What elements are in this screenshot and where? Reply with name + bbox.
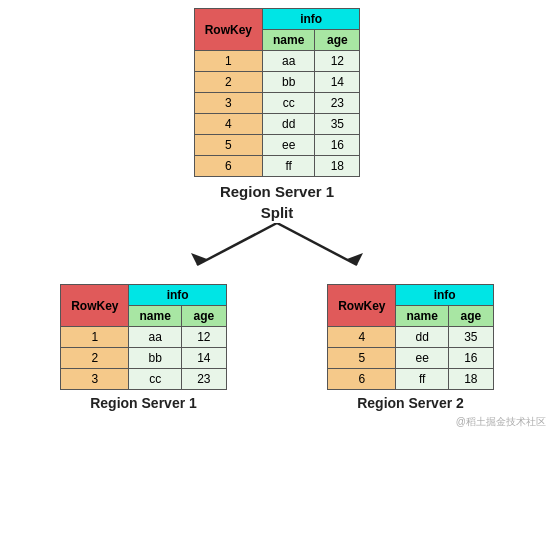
bottom-section: RowKey info name age 1 aa 12 2 bb 14 3 c… xyxy=(0,284,554,411)
table-row: 5 ee 16 xyxy=(194,135,360,156)
row-age: 23 xyxy=(181,369,226,390)
left-col-name: name xyxy=(129,306,181,327)
row-age: 18 xyxy=(315,156,360,177)
table-row: 6 ff 18 xyxy=(194,156,360,177)
row-name: dd xyxy=(396,327,448,348)
row-name: aa xyxy=(262,51,314,72)
row-name: dd xyxy=(262,114,314,135)
row-age: 18 xyxy=(448,369,493,390)
region-server-1-bottom-label: Region Server 1 xyxy=(90,395,197,411)
left-rowkey-header: RowKey xyxy=(61,285,129,327)
row-key: 4 xyxy=(328,327,396,348)
row-key: 6 xyxy=(328,369,396,390)
row-name: aa xyxy=(129,327,181,348)
table-row: 1 aa 12 xyxy=(61,327,227,348)
row-key: 2 xyxy=(61,348,129,369)
table-row: 3 cc 23 xyxy=(61,369,227,390)
row-age: 16 xyxy=(315,135,360,156)
diagram-container: RowKey info name age 1 aa 12 2 bb 14 3 c… xyxy=(0,0,554,429)
row-age: 14 xyxy=(181,348,226,369)
row-age: 35 xyxy=(448,327,493,348)
left-server-block: RowKey info name age 1 aa 12 2 bb 14 3 c… xyxy=(60,284,227,411)
right-table: RowKey info name age 4 dd 35 5 ee 16 6 f… xyxy=(327,284,494,390)
row-key: 6 xyxy=(194,156,262,177)
row-key: 5 xyxy=(328,348,396,369)
split-label: Split xyxy=(261,204,294,221)
region-server-2-bottom-label: Region Server 2 xyxy=(357,395,464,411)
row-age: 12 xyxy=(315,51,360,72)
svg-marker-3 xyxy=(347,253,363,265)
top-col-name: name xyxy=(262,30,314,51)
right-rowkey-header: RowKey xyxy=(328,285,396,327)
row-age: 12 xyxy=(181,327,226,348)
row-name: bb xyxy=(262,72,314,93)
row-name: ee xyxy=(396,348,448,369)
row-key: 1 xyxy=(194,51,262,72)
row-name: cc xyxy=(129,369,181,390)
table-row: 3 cc 23 xyxy=(194,93,360,114)
row-key: 4 xyxy=(194,114,262,135)
table-row: 4 dd 35 xyxy=(194,114,360,135)
row-age: 23 xyxy=(315,93,360,114)
row-key: 3 xyxy=(194,93,262,114)
right-col-name: name xyxy=(396,306,448,327)
svg-line-0 xyxy=(197,223,277,265)
row-key: 5 xyxy=(194,135,262,156)
row-key: 2 xyxy=(194,72,262,93)
left-table: RowKey info name age 1 aa 12 2 bb 14 3 c… xyxy=(60,284,227,390)
right-server-block: RowKey info name age 4 dd 35 5 ee 16 6 f… xyxy=(327,284,494,411)
row-name: ff xyxy=(396,369,448,390)
split-arrows xyxy=(147,223,407,278)
table-row: 1 aa 12 xyxy=(194,51,360,72)
top-info-header: info xyxy=(262,9,359,30)
table-row: 5 ee 16 xyxy=(328,348,494,369)
table-row: 4 dd 35 xyxy=(328,327,494,348)
table-row: 2 bb 14 xyxy=(194,72,360,93)
arrow-section: Split xyxy=(0,204,554,278)
region-server-1-label: Region Server 1 xyxy=(220,183,334,200)
top-table: RowKey info name age 1 aa 12 2 bb 14 3 c… xyxy=(194,8,361,177)
row-age: 16 xyxy=(448,348,493,369)
svg-line-2 xyxy=(277,223,357,265)
left-info-header: info xyxy=(129,285,226,306)
right-col-age: age xyxy=(448,306,493,327)
row-name: cc xyxy=(262,93,314,114)
top-rowkey-header: RowKey xyxy=(194,9,262,51)
top-col-age: age xyxy=(315,30,360,51)
right-info-header: info xyxy=(396,285,493,306)
row-name: ee xyxy=(262,135,314,156)
watermark: @稻土掘金技术社区 xyxy=(456,415,554,429)
row-key: 1 xyxy=(61,327,129,348)
left-col-age: age xyxy=(181,306,226,327)
table-row: 2 bb 14 xyxy=(61,348,227,369)
row-name: ff xyxy=(262,156,314,177)
row-name: bb xyxy=(129,348,181,369)
table-row: 6 ff 18 xyxy=(328,369,494,390)
row-age: 14 xyxy=(315,72,360,93)
row-age: 35 xyxy=(315,114,360,135)
svg-marker-1 xyxy=(191,253,207,265)
row-key: 3 xyxy=(61,369,129,390)
